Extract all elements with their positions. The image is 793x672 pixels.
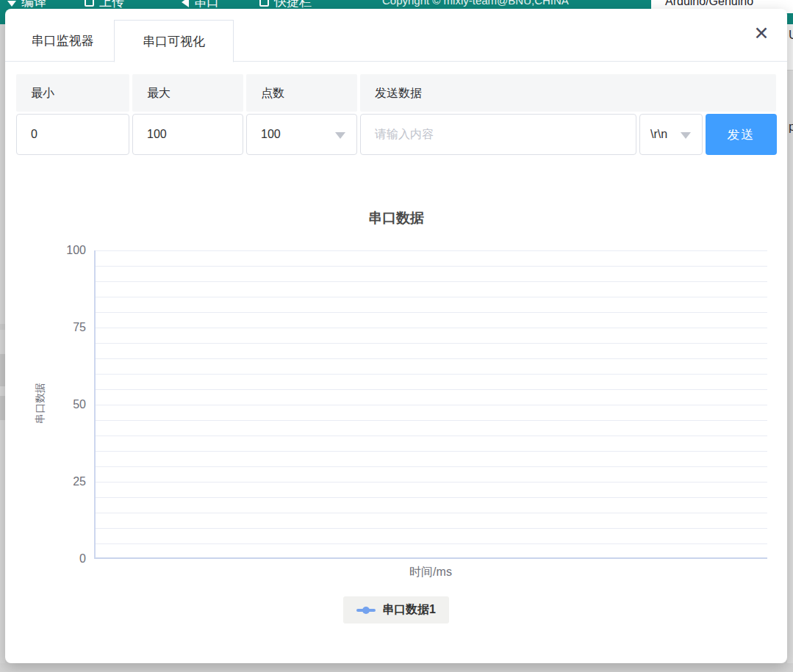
close-icon[interactable]: ✕ xyxy=(749,21,774,46)
max-value: 100 xyxy=(147,128,167,140)
line-ending-value: \r\n xyxy=(650,128,667,140)
y-tick-75: 75 xyxy=(46,319,86,336)
copyright-text: Copyright © mixly-team@BNU,CHINA xyxy=(382,0,569,7)
background-edge-letter-mid: p xyxy=(789,120,793,134)
tab-serial-visualization[interactable]: 串口可视化 xyxy=(114,20,234,62)
tab-label: 串口监视器 xyxy=(32,34,94,48)
x-axis-label: 时间/ms xyxy=(357,565,504,580)
line-series-icon xyxy=(356,609,376,612)
background-edge-letter-top: U xyxy=(789,28,793,43)
header-points: 点数 xyxy=(246,74,357,112)
y-tick-0: 0 xyxy=(46,551,86,567)
serial-icon xyxy=(182,0,189,7)
chevron-down-icon xyxy=(335,132,345,139)
y-tick-100: 100 xyxy=(46,242,86,259)
send-data-placeholder: 请输入内容 xyxy=(375,128,434,140)
legend-label: 串口数据1 xyxy=(382,602,436,618)
points-select[interactable]: 100 xyxy=(246,114,357,155)
tab-bar: 串口监视器 串口可视化 xyxy=(5,20,787,62)
min-value: 0 xyxy=(31,128,37,140)
upload-icon xyxy=(85,0,94,7)
legend-item-serial-data-1[interactable]: 串口数据1 xyxy=(343,596,449,624)
send-button[interactable]: 发送 xyxy=(706,114,777,155)
board-select-value: Arduino/Genuino xyxy=(665,0,753,8)
serial-dialog: 串口监视器 串口可视化 ✕ 最小 最大 点数 发送数据 0 100 100 请输… xyxy=(5,9,787,663)
tab-serial-monitor[interactable]: 串口监视器 xyxy=(16,20,109,62)
chart-title: 串口数据 xyxy=(5,209,787,228)
page: 编译 上传 串口 快捷栏 Copyright © mixly-team@BNU,… xyxy=(0,0,793,672)
chart-plot-area xyxy=(94,250,767,559)
caret-icon xyxy=(7,1,16,7)
points-value: 100 xyxy=(261,128,281,140)
background-left-strip xyxy=(0,24,5,663)
header-send-data: 发送数据 xyxy=(360,74,776,112)
chevron-down-icon xyxy=(681,132,691,139)
panel-icon xyxy=(259,0,269,7)
y-axis-label: 串口数据 xyxy=(34,374,49,433)
y-tick-25: 25 xyxy=(46,474,86,490)
header-max: 最大 xyxy=(132,74,243,112)
line-ending-select[interactable]: \r\n xyxy=(639,114,703,155)
y-tick-50: 50 xyxy=(46,397,86,413)
tab-label: 串口可视化 xyxy=(143,35,205,48)
max-input[interactable]: 100 xyxy=(132,114,243,155)
send-data-input[interactable]: 请输入内容 xyxy=(360,114,636,155)
header-min: 最小 xyxy=(16,74,129,112)
min-input[interactable]: 0 xyxy=(16,114,129,155)
